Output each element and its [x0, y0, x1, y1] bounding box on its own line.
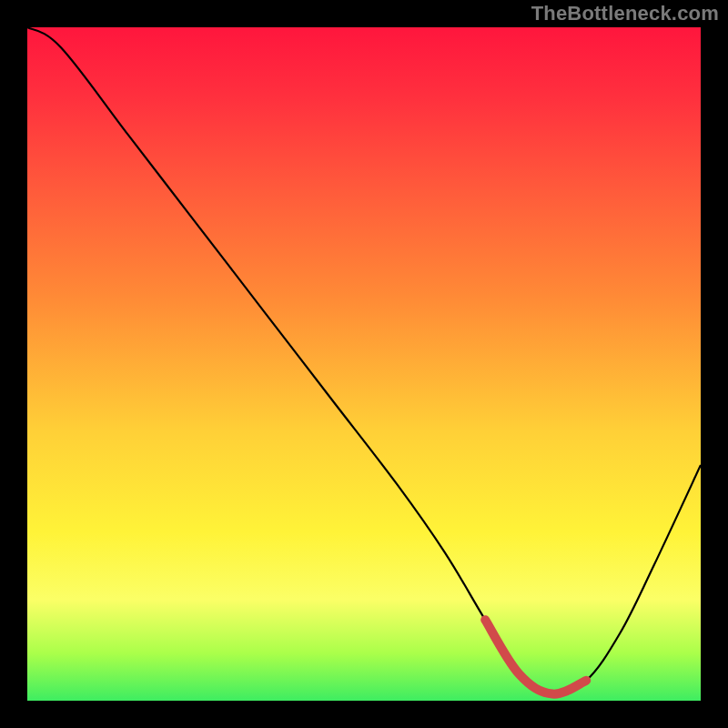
chart-highlight-segment: [485, 620, 586, 693]
watermark-text: TheBottleneck.com: [531, 2, 719, 25]
chart-frame: TheBottleneck.com: [0, 0, 728, 728]
chart-plot-area: [27, 27, 701, 701]
chart-svg: [27, 27, 701, 701]
chart-curve: [27, 27, 701, 694]
